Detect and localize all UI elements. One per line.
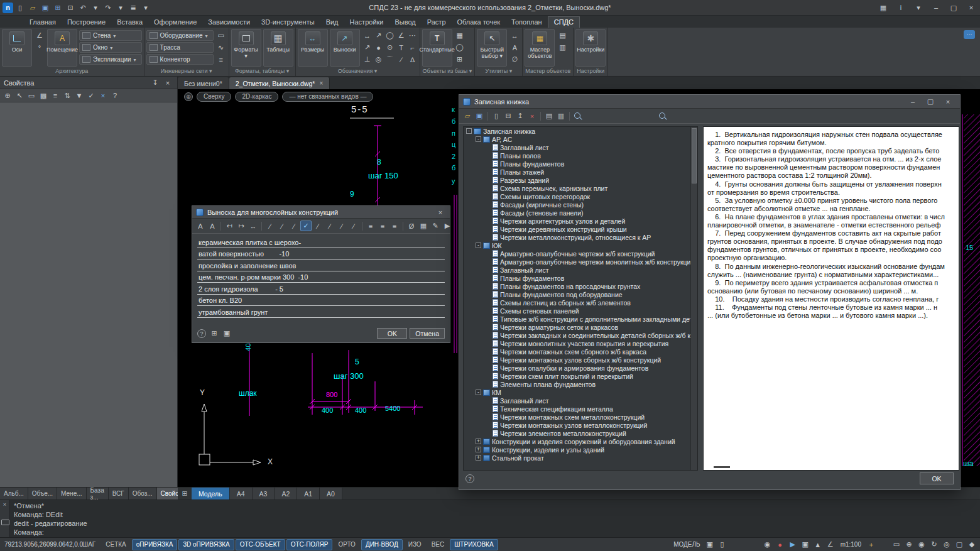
connector-button[interactable]: Коннектор [146, 54, 214, 65]
ribbon-tab-6[interactable]: Вид [320, 17, 344, 28]
collapse-icon[interactable]: - [476, 136, 481, 142]
room-button[interactable]: Помещение [47, 29, 77, 67]
leader-copy-icon[interactable]: A [207, 221, 218, 231]
ribbon-panel-label[interactable]: Обозначения [296, 68, 420, 76]
route-button[interactable]: Трасса [146, 42, 214, 53]
osnap-toggle[interactable]: оПРИВЯЗКА [132, 539, 178, 550]
align-center-icon[interactable]: ≡ [377, 221, 388, 231]
radial-dim-icon[interactable]: ◯ [384, 30, 396, 41]
ribbon-tab-4[interactable]: Зависимости [202, 17, 256, 28]
notes-pane[interactable]: 1. Вертикальная гидроизоляция наружных с… [703, 126, 959, 471]
linear-dim-icon[interactable]: ↔ [362, 30, 373, 41]
expand-icon[interactable]: + [476, 447, 481, 452]
ribbon-panel-label[interactable]: Архитектура [0, 68, 144, 76]
leader-text-row[interactable]: керамическая плитка с шерохо- [197, 236, 445, 248]
tree-item[interactable]: Планы этажей [464, 168, 697, 176]
ribbon-tab-5[interactable]: 3D-инструменты [256, 17, 320, 28]
tree-item[interactable]: Заглавный лист [464, 396, 697, 405]
tree-item[interactable]: Планы фундаментов под оборудование [464, 290, 697, 298]
hatch-toggle[interactable]: ШТРИХОВКА [450, 539, 498, 550]
leader-text-row[interactable]: 2 слоя гидроизола - 5 [197, 283, 445, 295]
node-marker-icon[interactable]: ◎ [373, 54, 384, 65]
select-window-icon[interactable]: ▭ [26, 90, 37, 101]
leader-text-row[interactable]: прослойка и заполнение швов [197, 259, 445, 271]
target-icon[interactable]: ⊕ [903, 539, 915, 550]
slope-mark-icon[interactable]: ∕ [396, 54, 407, 65]
collapse-icon[interactable]: - [476, 243, 481, 248]
report-icon[interactable]: ▥ [555, 111, 567, 121]
fitting-icon[interactable]: ≡ [215, 54, 227, 65]
caret-down-icon[interactable]: ▾ [910, 0, 927, 15]
leader-text-row[interactable]: утрамбованный грунт [197, 306, 445, 318]
wall-button[interactable]: Стена [79, 30, 142, 41]
tree-item[interactable]: Чертежи схем плит покрытий и перекрытий [464, 372, 697, 380]
leader-text-row[interactable]: бетон кл. В20 [197, 295, 445, 307]
add-to-base-icon[interactable]: ⊞ [209, 328, 220, 339]
slope-icon[interactable]: ∕ [312, 221, 324, 231]
axis-mark-icon[interactable]: ° [34, 42, 45, 53]
help-icon[interactable]: ? [109, 90, 121, 101]
tree-item[interactable]: Типовые ж/б конструкции с дополнительным… [464, 315, 697, 323]
tree-item[interactable]: Арматурно-опалубочные чертежи монолитных… [464, 258, 697, 266]
delete-icon[interactable]: × [526, 111, 538, 121]
base-add-icon[interactable]: ⊞ [454, 54, 466, 65]
app-logo[interactable]: n [3, 3, 13, 13]
tree-item[interactable]: Чертежи монтажных схем металлоконструкци… [464, 413, 697, 421]
minimize-button[interactable]: – [905, 97, 921, 107]
tree-item[interactable]: -АР, АС [464, 135, 697, 143]
tables-button[interactable]: Таблицы [263, 29, 293, 67]
leader-dialog-title-bar[interactable]: Выноска для многослойных конструкций × [192, 206, 450, 219]
visual-style-button[interactable]: 2D-каркас [235, 92, 278, 102]
level-mark-icon[interactable]: ∆ [407, 54, 418, 65]
document-tab-0[interactable]: Без имени0* [178, 77, 229, 89]
lineweight-toggle[interactable]: ВЕС [427, 539, 449, 550]
linked-views-button[interactable]: — нет связанных видов — [282, 92, 373, 102]
tree-item[interactable]: Фасады (стеновые панели) [464, 209, 697, 217]
model-space-label[interactable]: МОДЕЛЬ [672, 541, 702, 548]
tree-item[interactable]: +Стальной прокат [464, 454, 697, 462]
ok-button[interactable]: OK [377, 328, 407, 339]
undo-icon[interactable]: ↶ [77, 3, 89, 13]
iso-toggle[interactable]: ИЗО [404, 539, 426, 550]
apply-icon[interactable]: ✓ [85, 90, 97, 101]
select-crossing-icon[interactable]: ▩ [38, 90, 49, 101]
selection-list-icon[interactable]: ≡ [50, 90, 61, 101]
3d-osnap-toggle[interactable]: 3D оПРИВЯЗКА [178, 539, 234, 550]
annotation-scale-icon[interactable]: ▲ [812, 539, 824, 550]
search-icon[interactable] [657, 111, 668, 121]
ribbon-tab-10[interactable]: Облака точек [452, 17, 506, 28]
collapse-icon[interactable]: - [476, 390, 481, 395]
close-button[interactable]: × [435, 207, 446, 217]
caret-down-icon[interactable]: ▾ [140, 3, 151, 13]
panel-tab-vsg[interactable]: ВСГ [109, 488, 129, 499]
text-note-icon[interactable]: Т [396, 42, 407, 53]
annotation-monitor-icon[interactable]: ● [775, 539, 786, 550]
save-icon[interactable]: ▣ [40, 3, 51, 13]
close-tab-icon[interactable]: × [319, 80, 323, 87]
leaders-button[interactable]: Выноски [330, 29, 360, 67]
slope-icon[interactable]: ∕ [324, 221, 335, 231]
measure-icon[interactable]: ↔ [509, 30, 520, 41]
fullscreen-icon[interactable]: ▭ [891, 539, 902, 550]
explication-button[interactable]: Экспликации [79, 54, 142, 65]
ribbon-tab-9[interactable]: Растр [422, 17, 452, 28]
units-icon[interactable]: ∠ [825, 539, 836, 550]
leader-text-row[interactable]: ватой поверхностью -10 [197, 248, 445, 260]
purge-icon[interactable]: ∅ [509, 54, 520, 65]
equipment-button[interactable]: Оборудование [146, 30, 214, 41]
ok-button[interactable]: OK [920, 472, 954, 484]
slope-check-icon[interactable]: ✓ [300, 221, 312, 231]
edit-note-icon[interactable]: ▤ [543, 111, 555, 121]
tree-item[interactable]: Планы полов [464, 151, 697, 160]
select-append-icon[interactable]: ⊕ [2, 90, 13, 101]
extend-both-icon[interactable]: ↔ [248, 221, 259, 231]
axis-contour-icon[interactable]: ∠ [34, 30, 45, 41]
info-icon[interactable]: i [892, 0, 910, 15]
caret-down-icon[interactable]: ▾ [90, 3, 101, 13]
ribbon-tab-0[interactable]: Главная [24, 17, 62, 28]
panel-tab-albums[interactable]: Альб... [0, 488, 28, 499]
angle-dim-icon[interactable]: ∠ [396, 30, 407, 41]
expand-icon[interactable]: + [476, 439, 481, 444]
ribbon-tab-1[interactable]: Построение [62, 17, 111, 28]
tree-item[interactable]: Разрезы зданий [464, 176, 697, 184]
